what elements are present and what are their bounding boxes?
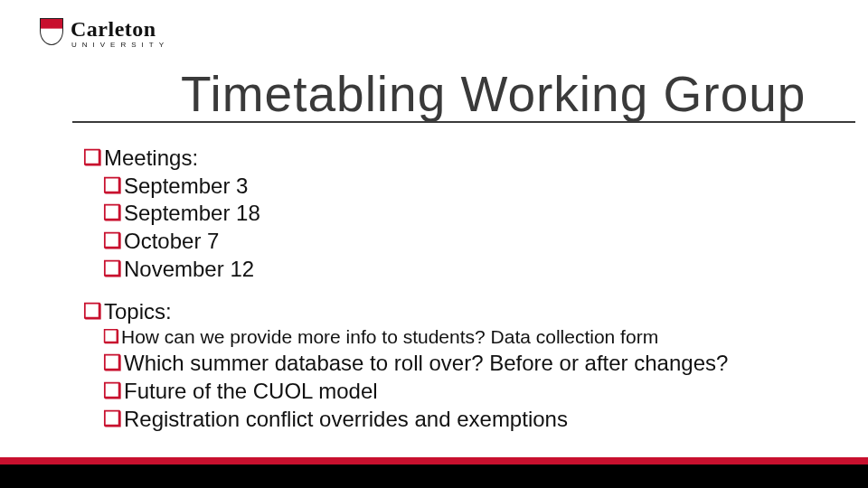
list-item: ❑ November 12 <box>103 256 832 284</box>
brand-name: Carleton <box>71 18 169 40</box>
heading-text: Topics: <box>104 298 172 326</box>
section-heading: ❑ Topics: <box>83 298 832 326</box>
footer-accent-bar <box>0 457 868 465</box>
bullet-icon: ❑ <box>83 145 102 171</box>
list-item: ❑ September 3 <box>103 173 832 201</box>
title-rule <box>72 121 855 123</box>
item-text: Which summer database to roll over? Befo… <box>124 350 728 378</box>
bullet-icon: ❑ <box>103 325 119 349</box>
item-text: How can we provide more info to students… <box>121 325 658 350</box>
list-item: ❑ How can we provide more info to studen… <box>103 325 832 350</box>
item-text: November 12 <box>124 256 254 284</box>
brand-subline: UNIVERSITY <box>71 42 169 49</box>
bullet-icon: ❑ <box>103 350 122 376</box>
list-item: ❑ Which summer database to roll over? Be… <box>103 350 832 378</box>
heading-text: Meetings: <box>104 145 198 173</box>
item-text: October 7 <box>124 228 219 256</box>
item-text: Future of the CUOL model <box>124 378 378 406</box>
page-title: Timetabling Working Group <box>181 65 861 123</box>
bullet-icon: ❑ <box>103 378 122 404</box>
section-topics: ❑ Topics: ❑ How can we provide more info… <box>83 298 832 434</box>
slide: Carleton UNIVERSITY Timetabling Working … <box>0 0 868 488</box>
list-item: ❑ October 7 <box>103 228 832 256</box>
bullet-icon: ❑ <box>103 200 122 226</box>
section-heading: ❑ Meetings: <box>83 145 832 173</box>
bullet-icon: ❑ <box>103 228 122 254</box>
list-item: ❑ Future of the CUOL model <box>103 378 832 406</box>
brand-wordmark: Carleton UNIVERSITY <box>71 18 169 49</box>
item-text: September 18 <box>124 200 260 228</box>
brand-logo: Carleton UNIVERSITY <box>40 18 169 49</box>
item-text: September 3 <box>124 173 248 201</box>
item-text: Registration conflict overrides and exem… <box>124 406 568 434</box>
shield-icon <box>40 18 63 45</box>
bullet-icon: ❑ <box>103 406 122 432</box>
list-item: ❑ Registration conflict overrides and ex… <box>103 406 832 434</box>
section-meetings: ❑ Meetings: ❑ September 3 ❑ September 18… <box>83 145 832 284</box>
list-item: ❑ September 18 <box>103 200 832 228</box>
bullet-icon: ❑ <box>103 173 122 199</box>
bullet-icon: ❑ <box>83 298 102 324</box>
bullet-icon: ❑ <box>103 256 122 282</box>
footer-bar <box>0 465 868 488</box>
content-area: ❑ Meetings: ❑ September 3 ❑ September 18… <box>83 145 832 447</box>
